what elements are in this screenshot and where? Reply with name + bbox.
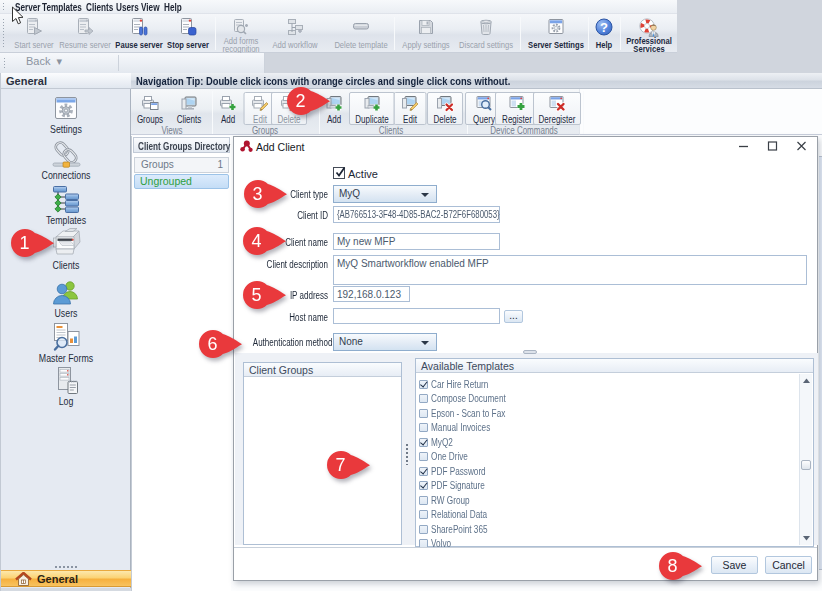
svg-text:?: ? [600, 20, 608, 35]
svg-text:2: 2 [295, 91, 305, 111]
svg-text:7: 7 [335, 455, 345, 475]
svg-text:1: 1 [19, 233, 29, 253]
svg-text:6: 6 [207, 334, 217, 354]
svg-text:8: 8 [667, 556, 677, 576]
svg-text:3: 3 [252, 184, 262, 204]
svg-text:4: 4 [251, 231, 261, 251]
svg-text:5: 5 [251, 285, 261, 305]
